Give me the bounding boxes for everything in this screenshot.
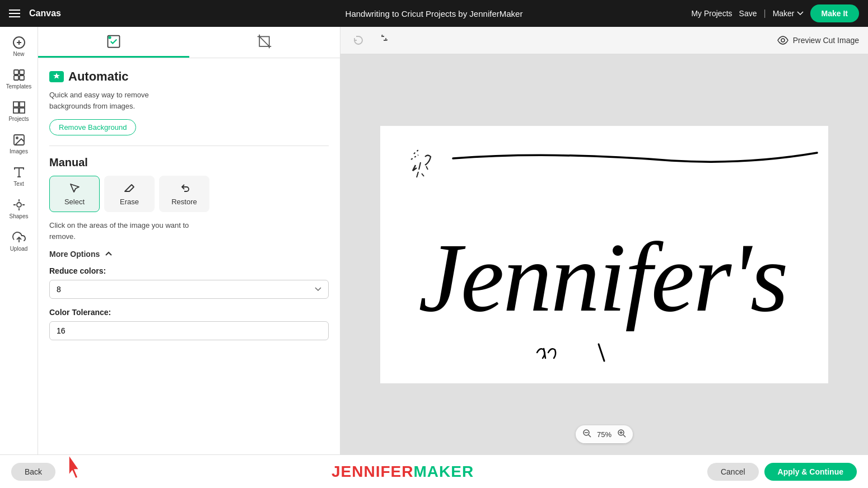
svg-point-18 <box>781 39 785 42</box>
tool-tabs <box>38 27 340 58</box>
redo-button[interactable] <box>373 31 391 49</box>
templates-icon <box>12 68 26 82</box>
svg-rect-8 <box>20 102 25 107</box>
color-tolerance-input[interactable] <box>49 321 329 340</box>
plus-icon <box>12 36 26 49</box>
divider-1 <box>49 146 329 146</box>
tool-panel: Automatic Quick and easy way to removeba… <box>38 27 340 454</box>
reduce-colors-select[interactable]: 2468 101216 <box>49 280 329 299</box>
edit-tab-icon <box>106 34 122 49</box>
canvas-image: Jennifer's <box>380 126 828 383</box>
color-tolerance-label: Color Tolerance: <box>49 308 329 317</box>
svg-rect-4 <box>20 70 24 74</box>
text-icon <box>12 166 26 179</box>
restore-icon <box>178 182 190 194</box>
svg-point-16 <box>108 36 111 39</box>
grid-icon <box>12 101 26 114</box>
canvas-toolbar-left <box>349 31 391 49</box>
cursor-overlay <box>64 455 98 489</box>
tool-content: Automatic Quick and easy way to removeba… <box>38 58 340 454</box>
auto-star-icon <box>53 72 60 80</box>
undo-icon <box>353 35 364 46</box>
select-icon <box>68 182 81 194</box>
sidebar-item-projects[interactable]: Projects <box>2 96 36 126</box>
topbar: Canvas Handwriting to Cricut Projects by… <box>0 0 868 27</box>
my-projects-link[interactable]: My Projects <box>691 9 732 18</box>
redo-icon <box>376 35 388 46</box>
sidebar-item-text[interactable]: Text <box>2 161 36 191</box>
bottom-bar: Back JENNIFERMAKER Cancel Apply & Contin… <box>0 454 868 488</box>
sidebar-item-new[interactable]: New <box>2 31 36 62</box>
manual-tools: Select Erase Restore <box>49 176 329 212</box>
make-it-button[interactable]: Make It <box>810 4 859 22</box>
preview-cut-image-button[interactable]: Preview Cut Image <box>777 35 859 46</box>
svg-line-21 <box>589 435 591 437</box>
svg-rect-7 <box>13 102 18 107</box>
chevron-down-icon <box>797 11 804 16</box>
svg-rect-9 <box>13 108 18 113</box>
automatic-desc: Quick and easy way to removebackgrounds … <box>49 90 329 111</box>
manual-section-title: Manual <box>49 156 329 169</box>
svg-point-12 <box>16 137 18 139</box>
zoom-in-button[interactable] <box>615 428 628 441</box>
shapes-icon <box>12 198 26 212</box>
canvas-toolbar: Preview Cut Image <box>340 27 868 54</box>
chevron-up-icon <box>104 250 113 259</box>
more-options-toggle[interactable]: More Options <box>49 250 329 259</box>
sidebar-item-shapes-label: Shapes <box>10 213 29 219</box>
zoom-value: 75% <box>595 430 614 439</box>
select-tool-button[interactable]: Select <box>49 176 100 212</box>
svg-text:Jennifer's: Jennifer's <box>418 223 787 332</box>
sidebar-item-templates-label: Templates <box>6 83 32 90</box>
sidebar-item-text-label: Text <box>13 181 24 187</box>
svg-rect-3 <box>14 70 18 74</box>
erase-tool-button[interactable]: Erase <box>104 176 155 212</box>
sidebar-item-projects-label: Projects <box>8 116 29 122</box>
zoom-out-button[interactable] <box>580 428 594 441</box>
app-brand: Canvas <box>29 8 61 18</box>
reduce-colors-label: Reduce colors: <box>49 266 329 275</box>
sidebar-item-templates[interactable]: Templates <box>2 64 36 94</box>
tab-crop[interactable] <box>189 27 340 58</box>
sidebar-item-images[interactable]: Images <box>2 129 36 159</box>
save-link[interactable]: Save <box>739 9 757 18</box>
restore-tool-button[interactable]: Restore <box>159 176 209 212</box>
apply-continue-button[interactable]: Apply & Continue <box>764 463 857 481</box>
tab-edit[interactable] <box>38 27 189 58</box>
svg-rect-6 <box>20 76 24 80</box>
left-sidebar: New Templates Projects Images <box>0 27 38 454</box>
canvas-viewport[interactable]: Jennifer's <box>340 54 868 454</box>
sidebar-item-new-label: New <box>13 51 24 57</box>
sidebar-item-upload-label: Upload <box>10 246 28 252</box>
handwriting-svg: Jennifer's <box>380 126 828 383</box>
cancel-button[interactable]: Cancel <box>707 463 759 481</box>
cursor-arrow-icon <box>64 455 87 483</box>
svg-rect-5 <box>14 76 18 80</box>
jennifermaker-logo: JENNIFERMAKER <box>332 463 474 481</box>
svg-rect-10 <box>20 108 25 113</box>
erase-icon <box>123 182 136 194</box>
eye-icon <box>777 35 788 46</box>
topbar-right: My Projects Save | Maker Make It <box>691 4 859 22</box>
zoom-out-icon <box>582 429 591 438</box>
sidebar-item-images-label: Images <box>10 148 28 154</box>
svg-marker-27 <box>69 455 79 478</box>
maker-button[interactable]: Maker <box>773 9 804 18</box>
bottom-right-buttons: Cancel Apply & Continue <box>707 463 857 481</box>
canvas-area: Preview Cut Image <box>340 27 868 454</box>
hamburger-menu[interactable] <box>9 10 20 17</box>
back-button[interactable]: Back <box>11 463 55 481</box>
svg-line-17 <box>260 36 270 46</box>
upload-icon <box>12 231 26 244</box>
zoom-in-icon <box>617 429 626 438</box>
crop-tab-icon <box>256 34 272 49</box>
options-section: Reduce colors: 2468 101216 Color Toleran… <box>49 266 329 340</box>
project-title: Handwriting to Cricut Projects by Jennif… <box>346 9 523 18</box>
automatic-badge <box>49 71 64 82</box>
sidebar-item-upload[interactable]: Upload <box>2 226 36 256</box>
svg-point-13 <box>17 203 21 207</box>
undo-button[interactable] <box>349 31 367 49</box>
remove-background-button[interactable]: Remove Background <box>49 119 136 135</box>
svg-line-24 <box>623 435 626 437</box>
sidebar-item-shapes[interactable]: Shapes <box>2 194 36 224</box>
